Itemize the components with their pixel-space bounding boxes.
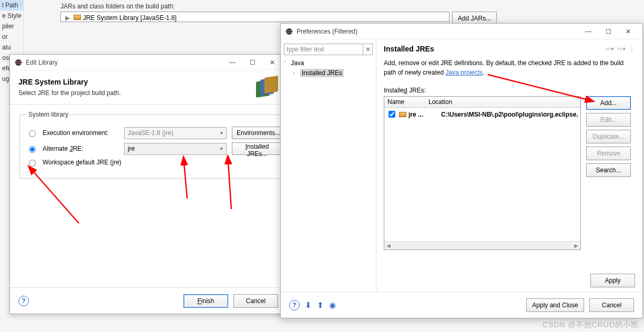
bg-classpath-tree[interactable]: ▶ JRE System Library [JavaSE-1.8] — [60, 12, 449, 22]
eclipse-icon — [14, 58, 23, 67]
maximize-button[interactable]: ☐ — [598, 24, 618, 39]
minimize-button[interactable]: — — [222, 55, 242, 70]
bg-section-label: JARs and class folders on the build path… — [60, 3, 175, 10]
installed-jres-table[interactable]: Name Location jre ... C:\Users\MSI-NB\.p… — [384, 96, 581, 250]
tree-node-java[interactable]: ˅ Java — [284, 58, 373, 68]
cell-name: jre ... — [408, 111, 439, 118]
dialog-subheading: Select JRE for the project build path. — [18, 89, 253, 97]
titlebar[interactable]: Edit Library — ☐ ✕ — [10, 55, 287, 70]
alternate-jre-radio[interactable] — [29, 146, 36, 153]
execution-environment-radio[interactable] — [29, 130, 36, 137]
jre-checkbox[interactable] — [389, 111, 395, 118]
page-title: Installed JREs — [384, 45, 606, 53]
apply-button[interactable]: Apply — [590, 274, 635, 287]
menu-icon[interactable]: ⋮ — [629, 45, 635, 53]
forward-icon[interactable]: ⇨▾ — [617, 45, 626, 53]
close-button[interactable]: ✕ — [618, 24, 638, 39]
import-icon[interactable]: ⬇ — [305, 300, 312, 310]
library-icon — [74, 15, 81, 20]
maximize-button[interactable]: ☐ — [242, 55, 262, 70]
dialog-heading: JRE System Library — [18, 78, 253, 86]
workspace-default-radio[interactable] — [29, 160, 36, 167]
minimize-button[interactable]: — — [578, 24, 598, 39]
cancel-button[interactable]: Cancel — [233, 294, 278, 308]
tree-item-label: JRE System Library [JavaSE-1.8] — [83, 14, 177, 22]
back-icon[interactable]: ⇦▾ — [606, 45, 614, 53]
list-label: Installed JREs: — [384, 87, 635, 94]
remove-button[interactable]: Remove — [586, 147, 631, 160]
bg-sidebar-item[interactable]: atu — [0, 42, 23, 53]
eclipse-icon — [285, 27, 293, 36]
dialog-title: Edit Library — [26, 59, 222, 66]
column-header-location[interactable]: Location — [425, 97, 580, 107]
alternate-jre-combo[interactable]: jre▾ — [124, 143, 227, 155]
svg-point-0 — [15, 59, 22, 66]
system-library-group: System library Execution environment: Ja… — [19, 111, 289, 179]
bg-sidebar-item[interactable]: or — [0, 32, 23, 42]
expand-icon[interactable]: › — [293, 70, 298, 76]
execution-environment-label: Execution environment: — [43, 129, 119, 137]
alternate-jre-label: Alternate JRE: — [43, 145, 119, 152]
table-row[interactable]: jre ... C:\Users\MSI-NB\.p2\pool\plugins… — [384, 108, 580, 121]
preferences-tree[interactable]: ˅ Java › Installed JREs — [284, 58, 373, 78]
workspace-default-label: Workspace default JRE (jre) — [43, 159, 121, 166]
bg-sidebar-item[interactable]: piler — [0, 21, 23, 32]
help-icon[interactable]: ? — [18, 296, 29, 306]
chevron-down-icon: ▾ — [220, 146, 223, 151]
clear-filter-button[interactable]: ✕ — [363, 44, 373, 55]
horizontal-scrollbar[interactable]: ◄► — [384, 241, 580, 250]
column-header-name[interactable]: Name — [384, 97, 425, 107]
svg-point-2 — [286, 28, 292, 35]
record-icon[interactable]: ◉ — [329, 300, 336, 310]
watermark: CSDN @不想CRUD的小凯 — [543, 320, 639, 330]
filter-input[interactable]: type filter text — [284, 44, 363, 55]
edit-library-dialog: Edit Library — ☐ ✕ JRE System Library Se… — [9, 54, 287, 314]
cancel-button[interactable]: Cancel — [589, 298, 634, 312]
apply-and-close-button[interactable]: Apply and Close — [526, 298, 584, 312]
execution-environment-combo: JavaSE-1.8 (jre)▾ — [124, 127, 227, 139]
help-icon[interactable]: ? — [289, 300, 300, 310]
dialog-title: Preferences (Filtered) — [297, 28, 578, 35]
group-legend: System library — [26, 111, 70, 118]
finish-button[interactable]: Finish — [183, 294, 228, 308]
preferences-dialog: Preferences (Filtered) — ☐ ✕ type filter… — [280, 23, 643, 318]
preferences-tree-panel: type filter text ✕ ˅ Java › Installed JR… — [281, 39, 376, 292]
page-description: Add, remove or edit JRE definitions. By … — [384, 58, 631, 77]
expand-arrow-icon[interactable]: ▶ — [65, 14, 70, 22]
nav-history-icons: ⇦▾ ⇨▾ ⋮ — [606, 45, 635, 53]
cell-location: C:\Users\MSI-NB\.p2\pool\plugins\org.ecl… — [441, 111, 578, 118]
export-icon[interactable]: ⬆ — [317, 300, 324, 310]
duplicate-button[interactable]: Duplicate... — [586, 130, 631, 143]
environments-button[interactable]: Environments... — [232, 127, 282, 139]
search-button[interactable]: Search... — [586, 163, 631, 177]
bg-sidebar-item[interactable]: e Style — [0, 11, 23, 21]
books-icon — [253, 78, 278, 99]
jre-icon — [399, 112, 406, 117]
edit-button[interactable]: Edit... — [586, 113, 631, 127]
java-projects-link[interactable]: Java projects — [445, 69, 483, 76]
expand-icon[interactable]: ˅ — [284, 60, 289, 66]
tree-node-installed-jres[interactable]: › Installed JREs — [284, 68, 373, 78]
titlebar[interactable]: Preferences (Filtered) — ☐ ✕ — [281, 24, 642, 39]
chevron-down-icon: ▾ — [220, 130, 223, 136]
close-button[interactable]: ✕ — [262, 55, 282, 70]
bg-sidebar-item[interactable]: l Path — [0, 0, 23, 11]
add-button[interactable]: Add... — [586, 96, 631, 110]
installed-jres-button[interactable]: Installed JREs... — [232, 142, 282, 155]
